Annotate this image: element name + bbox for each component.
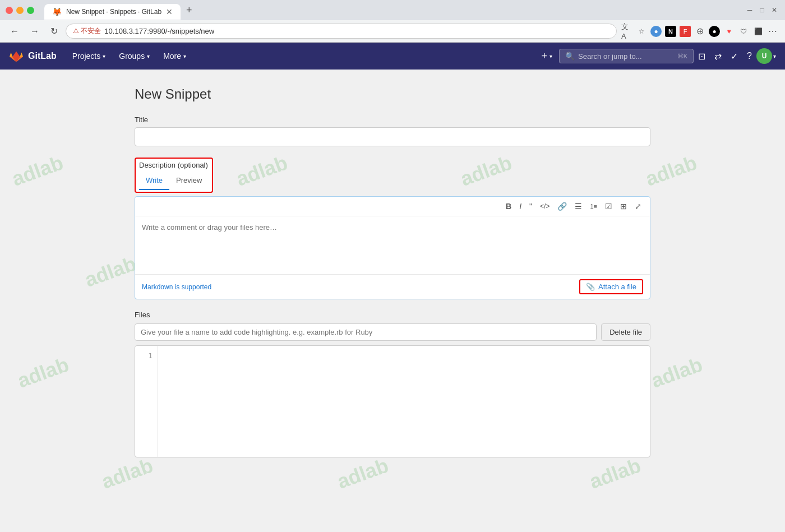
table-button[interactable]: ⊞ (617, 200, 630, 212)
forward-button[interactable]: → (27, 25, 43, 38)
plus-icon: + (542, 50, 548, 62)
extension-icon-5[interactable]: ● (709, 26, 720, 37)
tab-close-icon[interactable]: ✕ (166, 7, 173, 16)
task-list-button[interactable]: ☑ (602, 200, 615, 212)
description-highlight-box: Description (optional) Write Preview (135, 158, 213, 193)
markdown-supported-link[interactable]: Markdown is supported (142, 283, 211, 291)
description-textarea[interactable] (135, 216, 650, 272)
tab-title: New Snippet · Snippets · GitLab (66, 8, 161, 16)
browser-titlebar: 🦊 New Snippet · Snippets · GitLab ✕ + ─ … (0, 0, 785, 20)
search-icon: 🔍 (565, 52, 575, 61)
page-content: adlab adlab adlab adlab adlab adlab adla… (0, 70, 785, 532)
line-number-1: 1 (140, 351, 153, 360)
address-bar[interactable]: ⚠ 不安全 10.108.3.177:9980/-/snippets/new (66, 24, 617, 39)
window-close-icon[interactable]: ✕ (769, 5, 779, 15)
files-label: Files (135, 311, 650, 319)
extension-icon-8[interactable]: ⬛ (752, 26, 764, 37)
translate-icon[interactable]: 文A (621, 26, 632, 37)
tab-favicon: 🦊 (52, 7, 62, 16)
file-row: Delete file (135, 323, 650, 341)
window-minimize-btn[interactable] (16, 7, 24, 14)
delete-file-button[interactable]: Delete file (601, 323, 650, 341)
files-section: Files Delete file 1 (135, 311, 650, 457)
back-button[interactable]: ← (7, 25, 22, 38)
browser-tab-bar: 🦊 New Snippet · Snippets · GitLab ✕ + (39, 1, 740, 20)
title-label: Title (135, 115, 650, 124)
nav-issues-icon[interactable]: ✓ (726, 49, 742, 64)
window-controls: ─ □ ✕ (745, 5, 779, 15)
title-input[interactable] (135, 127, 650, 146)
extension-icon-3[interactable]: F (680, 26, 691, 37)
projects-chevron: ▾ (103, 53, 105, 59)
italic-button[interactable]: I (516, 200, 524, 212)
search-bar[interactable]: 🔍 Search or jump to... ⌘K (559, 49, 694, 63)
refresh-button[interactable]: ↻ (47, 25, 61, 38)
window-close-btn[interactable] (6, 7, 13, 14)
blockquote-button[interactable]: " (527, 200, 535, 212)
avatar-chevron: ▾ (773, 53, 776, 59)
projects-label: Projects (72, 52, 101, 61)
more-menu[interactable]: More ▾ (156, 43, 193, 70)
bookmark-icon[interactable]: ☆ (636, 26, 647, 37)
write-tab[interactable]: Write (139, 172, 169, 190)
main-container: New Snippet Title Description (optional)… (123, 70, 662, 474)
extension-icon-6[interactable]: ♥ (723, 26, 735, 37)
code-editor-area: 1 (135, 345, 650, 457)
groups-menu[interactable]: Groups ▾ (112, 43, 156, 70)
extension-icon-1[interactable]: ● (650, 26, 662, 37)
nav-code-review-icon[interactable]: ⊡ (694, 49, 710, 64)
code-content[interactable] (158, 346, 650, 457)
ol-button[interactable]: 1≡ (587, 201, 600, 211)
paperclip-icon: 📎 (586, 283, 595, 291)
active-browser-tab[interactable]: 🦊 New Snippet · Snippets · GitLab ✕ (44, 4, 181, 20)
link-button[interactable]: 🔗 (555, 200, 570, 212)
attach-file-label: Attach a file (598, 283, 636, 291)
code-button[interactable]: </> (537, 201, 552, 212)
search-placeholder: Search or jump to... (578, 52, 674, 61)
line-numbers: 1 (135, 346, 158, 457)
expand-button[interactable]: ⤢ (632, 200, 644, 212)
extension-icon-7[interactable]: 🛡 (738, 26, 749, 37)
projects-menu[interactable]: Projects ▾ (66, 43, 113, 70)
extension-icon-4[interactable]: ⊕ (694, 26, 705, 37)
description-editor: B I " </> 🔗 ☰ 1≡ ☑ ⊞ ⤢ Markdown is suppo… (135, 196, 650, 299)
editor-toolbar: B I " </> 🔗 ☰ 1≡ ☑ ⊞ ⤢ (135, 197, 650, 216)
page-title: New Snippet (135, 86, 650, 102)
preview-tab[interactable]: Preview (169, 172, 209, 190)
extension-icon-2[interactable]: N (665, 26, 676, 37)
groups-chevron: ▾ (147, 53, 150, 59)
nav-help-icon[interactable]: ? (742, 49, 756, 63)
window-minimize-icon[interactable]: ─ (745, 5, 755, 15)
more-chevron: ▾ (183, 53, 186, 59)
gitlab-logo[interactable]: GitLab (9, 49, 57, 63)
window-maximize-btn[interactable] (27, 7, 34, 14)
ul-button[interactable]: ☰ (572, 200, 585, 212)
new-tab-button[interactable]: + (181, 1, 198, 20)
browser-action-icons: 文A ☆ ● N F ⊕ ● ♥ 🛡 ⬛ ⋯ (621, 26, 778, 37)
browser-controls: ← → ↻ ⚠ 不安全 10.108.3.177:9980/-/snippets… (0, 20, 785, 43)
url-text: 10.108.3.177:9980/-/snippets/new (104, 27, 609, 35)
attach-file-highlight-box: 📎 Attach a file (579, 279, 643, 294)
browser-chrome: 🦊 New Snippet · Snippets · GitLab ✕ + ─ … (0, 0, 785, 43)
groups-label: Groups (119, 52, 145, 61)
file-name-input[interactable] (135, 323, 597, 341)
attach-file-button[interactable]: 📎 Attach a file (580, 280, 642, 293)
editor-footer: Markdown is supported 📎 Attach a file (135, 274, 650, 299)
watermark: adlab (9, 151, 67, 191)
more-settings-icon[interactable]: ⋯ (767, 26, 778, 37)
search-shortcut: ⌘K (677, 53, 687, 60)
gitlab-navbar: GitLab Projects ▾ Groups ▾ More ▾ + ▾ 🔍 … (0, 43, 785, 70)
plus-button[interactable]: + ▾ (535, 43, 560, 70)
more-label: More (163, 52, 181, 61)
nav-merge-request-icon[interactable]: ⇄ (710, 49, 726, 64)
editor-tabs-row: Write Preview (139, 172, 209, 189)
gitlab-logo-text: GitLab (28, 51, 57, 61)
watermark: adlab (15, 353, 72, 393)
plus-chevron: ▾ (550, 53, 552, 59)
description-section: Description (optional) Write Preview B I… (135, 158, 650, 299)
window-restore-icon[interactable]: □ (757, 5, 767, 15)
bold-button[interactable]: B (503, 200, 514, 212)
description-label: Description (optional) (139, 161, 209, 169)
user-avatar[interactable]: U (756, 48, 772, 64)
security-warning-icon: ⚠ 不安全 (73, 26, 101, 36)
